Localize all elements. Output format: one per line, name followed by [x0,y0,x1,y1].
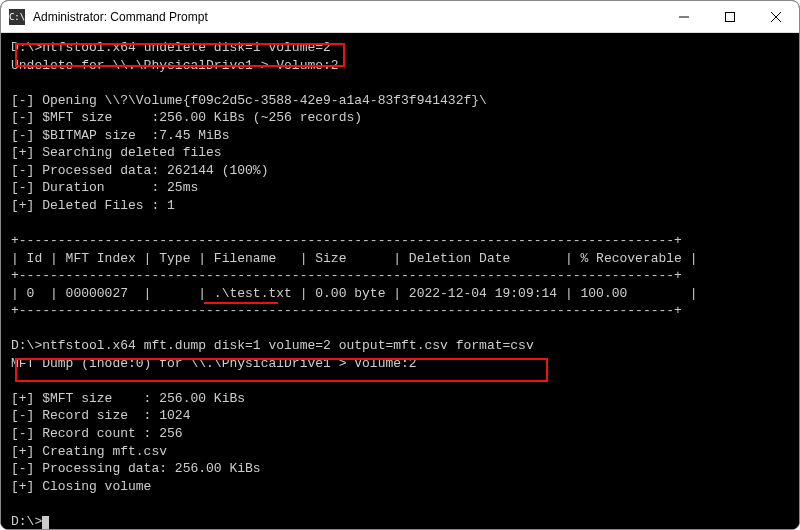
command-prompt-window: C:\ Administrator: Command Prompt D:\>nt… [0,0,800,530]
output-line: Undelete for \\.\PhysicalDrive1 > Volume… [11,58,339,73]
output-line: [-] $BITMAP size :7.45 MiBs [11,128,229,143]
prompt-prefix: D:\> [11,40,42,55]
command-1: ntfstool.x64 undelete disk=1 volume=2 [42,40,331,55]
maximize-button[interactable] [707,1,753,33]
prompt-prefix: D:\> [11,338,42,353]
output-line: [-] Record size : 1024 [11,408,190,423]
close-button[interactable] [753,1,799,33]
output-line: [-] Processing data: 256.00 KiBs [11,461,261,476]
output-line: [-] Record count : 256 [11,426,183,441]
output-line: [+] Deleted Files : 1 [11,198,175,213]
table-header: | Id | MFT Index | Type | Filename | Siz… [11,251,698,266]
cursor [42,516,49,529]
cmd-icon: C:\ [9,9,25,25]
prompt-prefix: D:\> [11,514,42,529]
output-line: [-] Duration : 25ms [11,180,198,195]
output-line: [-] Opening \\?\Volume{f09c2d5c-3588-42e… [11,93,487,108]
window-controls [661,1,799,33]
window-title: Administrator: Command Prompt [33,10,661,24]
output-line: [-] $MFT size :256.00 KiBs (~256 records… [11,110,362,125]
terminal-area[interactable]: D:\>ntfstool.x64 undelete disk=1 volume=… [1,33,799,529]
svg-rect-1 [726,12,735,21]
table-rule: +---------------------------------------… [11,233,682,248]
table-rule: +---------------------------------------… [11,268,682,283]
titlebar[interactable]: C:\ Administrator: Command Prompt [1,1,799,33]
output-line: [-] Processed data: 262144 (100%) [11,163,268,178]
table-row: | 0 | 00000027 | | .\test.txt | 0.00 byt… [11,286,698,301]
minimize-button[interactable] [661,1,707,33]
table-rule: +---------------------------------------… [11,303,682,318]
command-2: ntfstool.x64 mft.dump disk=1 volume=2 ou… [42,338,533,353]
output-line: [+] Creating mft.csv [11,444,167,459]
output-line: MFT Dump (inode:0) for \\.\PhysicalDrive… [11,356,417,371]
output-line: [+] Searching deleted files [11,145,222,160]
output-line: [+] $MFT size : 256.00 KiBs [11,391,245,406]
output-line: [+] Closing volume [11,479,151,494]
